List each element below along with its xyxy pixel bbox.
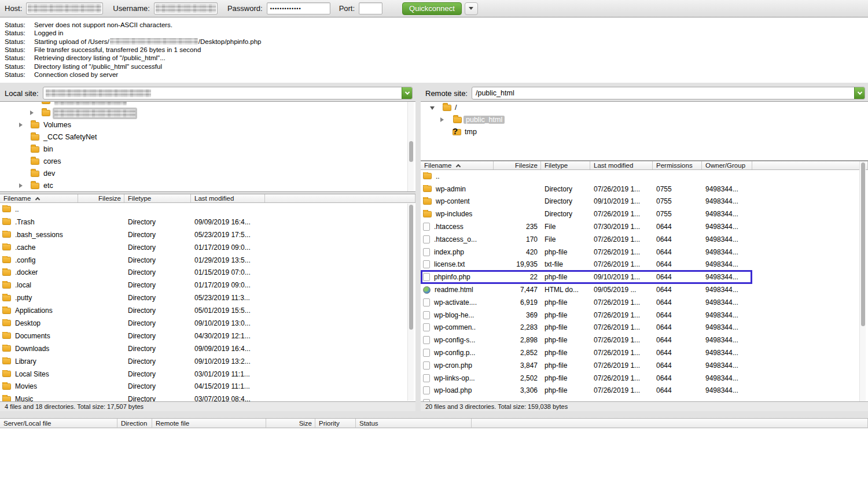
- queue-column-size[interactable]: Size: [266, 419, 315, 427]
- tree-expand-icon[interactable]: [30, 110, 34, 115]
- password-input[interactable]: •••••••••••••: [267, 2, 330, 14]
- folder-icon: [31, 146, 39, 153]
- folder-icon: [2, 383, 11, 390]
- file-row--local[interactable]: .localDirectory01/17/2019 09:0...: [0, 279, 415, 291]
- queue-column-remotefile[interactable]: Remote file: [152, 419, 266, 427]
- status-log-line: Status:Retrieving directory listing of "…: [0, 54, 868, 62]
- tree-item-cores[interactable]: cores: [0, 156, 415, 168]
- cell-modified: 07/26/2019 1...: [590, 361, 653, 370]
- file-row-phpinfo-php[interactable]: phpinfo.php22php-file09/10/2019 1...0644…: [421, 271, 868, 283]
- redacted-folder-name: [54, 101, 127, 105]
- tree-item-dev[interactable]: dev: [0, 168, 415, 180]
- queue-column-priority[interactable]: Priority: [315, 419, 356, 427]
- file-row--bash-sessions[interactable]: .bash_sessionsDirectory05/23/2019 17:5..…: [0, 228, 415, 241]
- local-site-combobox[interactable]: [43, 87, 413, 99]
- tree-collapse-icon[interactable]: [430, 106, 435, 110]
- queue-column-direction[interactable]: Direction: [117, 419, 152, 427]
- cell-type: Directory: [124, 281, 191, 289]
- quickconnect-button[interactable]: Quickconnect: [402, 2, 462, 15]
- file-row-index-php[interactable]: index.php420php-file07/26/2019 1...06449…: [421, 246, 868, 259]
- local-site-dropdown-button[interactable]: [402, 87, 412, 99]
- tree-expand-icon[interactable]: [440, 117, 444, 122]
- remote-column-permissions[interactable]: Permissions: [653, 161, 702, 169]
- local-column-lastmodified[interactable]: Last modified: [191, 194, 265, 202]
- file-row-applications[interactable]: ApplicationsDirectory05/01/2019 15:5...: [0, 304, 415, 317]
- folder-icon: [423, 198, 432, 205]
- remote-site-combobox[interactable]: /public_html: [472, 87, 865, 99]
- file-row--docker[interactable]: .dockerDirectory01/15/2019 07:0...: [0, 266, 415, 279]
- file-row--putty[interactable]: .puttyDirectory05/23/2019 11:3...: [0, 291, 415, 304]
- cell-size: 3,306: [494, 386, 541, 394]
- file-row-wp-content[interactable]: wp-contentDirectory09/10/2019 1...075594…: [421, 195, 868, 208]
- local-tree-scrollbar-thumb[interactable]: [409, 141, 413, 162]
- tree-item--ccc-safetynet[interactable]: _CCC SafetyNet: [0, 131, 415, 143]
- file-row--config[interactable]: .configDirectory01/29/2019 13:5...: [0, 254, 415, 267]
- remote-column-ownergroup[interactable]: Owner/Group: [702, 161, 752, 169]
- file-row-wp-commen-[interactable]: wp-commen..2,283php-file07/26/2019 1...0…: [421, 322, 868, 334]
- file-row-library[interactable]: LibraryDirectory09/10/2019 13:2...: [0, 355, 415, 368]
- queue-column-status[interactable]: Status: [356, 419, 472, 427]
- queue-column-serverlocal[interactable]: Server/Local file: [0, 419, 117, 427]
- file-row-downloads[interactable]: DownloadsDirectory09/09/2019 16:4...: [0, 342, 415, 355]
- local-list-scrollbar-thumb[interactable]: [409, 205, 413, 330]
- file-row-local-sites[interactable]: Local SitesDirectory03/01/2019 11:1...: [0, 368, 415, 381]
- file-row-documents[interactable]: DocumentsDirectory04/30/2019 12:1...: [0, 330, 415, 342]
- remote-column-filename[interactable]: Filename: [421, 161, 494, 169]
- tree-item-volumes[interactable]: Volumes: [0, 119, 415, 131]
- cell-perms: 0755: [653, 210, 702, 218]
- file-row-wp-includes[interactable]: wp-includesDirectory07/26/2019 1...07559…: [421, 208, 868, 220]
- file-row-license-txt[interactable]: license.txt19,935txt-file07/26/2019 1...…: [421, 259, 868, 271]
- file-row--htaccess-o-[interactable]: .htaccess_o...170File07/26/2019 1...0644…: [421, 233, 868, 246]
- local-tree-scrollbar[interactable]: [407, 102, 414, 191]
- file-row-wp-admin[interactable]: wp-adminDirectory07/26/2019 1...07559498…: [421, 183, 868, 195]
- file-row--[interactable]: ..: [0, 203, 415, 216]
- tree-item[interactable]: [0, 107, 415, 119]
- remote-site-label: Remote site:: [425, 89, 468, 98]
- file-row-wp-config-p-[interactable]: wp-config.p...2,852php-file07/26/2019 1.…: [421, 346, 868, 359]
- host-input[interactable]: [26, 2, 103, 14]
- username-input[interactable]: [154, 2, 218, 14]
- tree-item-etc[interactable]: etc: [0, 180, 415, 192]
- file-row--htaccess[interactable]: .htaccess235File07/30/2019 1...064494983…: [421, 220, 868, 233]
- local-column-filetype[interactable]: Filetype: [124, 194, 191, 202]
- file-row[interactable]: [421, 397, 868, 401]
- remote-list-scrollbar[interactable]: [859, 161, 866, 401]
- filename-text: ..: [436, 172, 440, 180]
- remote-column-lastmodified[interactable]: Last modified: [590, 161, 653, 169]
- file-row-wp-load-php[interactable]: wp-load.php3,306php-file07/26/2019 1...0…: [421, 385, 868, 397]
- tree-item-tmp[interactable]: tmp: [421, 126, 868, 138]
- tree-item[interactable]: [0, 101, 415, 107]
- local-column-filesize[interactable]: Filesize: [78, 194, 124, 202]
- file-row--trash[interactable]: .TrashDirectory09/09/2019 16:4...: [0, 216, 415, 228]
- cell-modified: 01/15/2019 07:0...: [191, 268, 265, 276]
- file-row-wp-links-op-[interactable]: wp-links-op...2,502php-file07/26/2019 1.…: [421, 372, 868, 385]
- file-row-wp-cron-php[interactable]: wp-cron.php3,847php-file07/26/2019 1...0…: [421, 359, 868, 372]
- cell-size: 420: [494, 248, 541, 256]
- remote-column-filesize[interactable]: Filesize: [494, 161, 541, 169]
- cell-name: .htaccess_o...: [421, 235, 494, 243]
- file-row-wp-blog-he-[interactable]: wp-blog-he...369php-file07/26/2019 1...0…: [421, 309, 868, 322]
- port-input[interactable]: [359, 2, 382, 14]
- tree-item-bin[interactable]: bin: [0, 143, 415, 156]
- tree-expand-icon[interactable]: [19, 183, 23, 188]
- folder-icon: [2, 345, 11, 352]
- quickconnect-dropdown-button[interactable]: [465, 2, 478, 15]
- tree-item--[interactable]: /: [421, 102, 868, 114]
- file-row-readme-html[interactable]: readme.html7,447HTML do...09/05/2019 ...…: [421, 283, 868, 296]
- file-row-desktop[interactable]: DesktopDirectory09/10/2019 13:0...: [0, 317, 415, 330]
- remote-site-dropdown-button[interactable]: [854, 87, 865, 99]
- file-row-music[interactable]: MusicDirectory03/07/2019 08:4...: [0, 393, 415, 401]
- cell-name: .docker: [0, 268, 78, 276]
- local-list-scrollbar[interactable]: [407, 204, 414, 401]
- local-column-filename[interactable]: Filename: [0, 194, 78, 202]
- status-log-message: File transfer successful, transferred 26…: [34, 46, 201, 53]
- remote-column-filetype[interactable]: Filetype: [541, 161, 590, 169]
- file-row-wp-activate-[interactable]: wp-activate....6,919php-file07/26/2019 1…: [421, 296, 868, 309]
- file-row--cache[interactable]: .cacheDirectory01/17/2019 09:0...: [0, 241, 415, 254]
- tree-item-public-html[interactable]: public_html: [421, 114, 868, 126]
- file-row-wp-config-s-[interactable]: wp-config-s...2,898php-file07/26/2019 1.…: [421, 334, 868, 346]
- file-row-movies[interactable]: MoviesDirectory04/15/2019 11:1...: [0, 380, 415, 393]
- remote-list-scrollbar-thumb[interactable]: [861, 163, 865, 326]
- tree-expand-icon[interactable]: [19, 123, 23, 127]
- file-row--[interactable]: ..: [421, 170, 868, 183]
